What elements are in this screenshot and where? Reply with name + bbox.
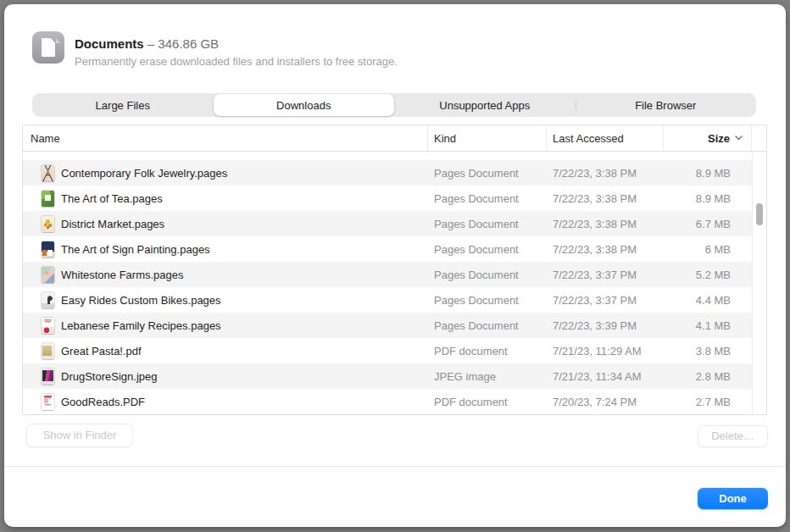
table-row[interactable]: DrugStoreSign.jpeg JPEG image 7/21/23, 1…: [23, 363, 752, 389]
tab-file-browser[interactable]: File Browser: [576, 93, 757, 117]
file-list: Contemporary Folk Jewelry.pages Pages Do…: [23, 152, 752, 414]
table-row[interactable]: The Art of Tea.pages Pages Document 7/22…: [23, 186, 752, 211]
file-kind: PDF document: [428, 396, 547, 408]
tab-downloads[interactable]: Downloads: [214, 94, 395, 116]
file-last-accessed: 7/22/23, 3:38 PM: [547, 192, 664, 205]
file-kind: PDF document: [428, 345, 547, 357]
table-row[interactable]: District Market.pages Pages Document 7/2…: [23, 211, 752, 236]
table-row[interactable]: The Art of Sign Painting.pages Pages Doc…: [23, 236, 752, 262]
column-header-last-accessed[interactable]: Last Accessed: [547, 125, 664, 151]
file-thumbnail-icon: [36, 343, 58, 359]
file-size: 8.9 MB: [664, 167, 752, 180]
file-size: 4.4 MB: [664, 294, 752, 307]
footer-divider: [4, 466, 786, 467]
storage-management-dialog: Documents – 346.86 GB Permanently erase …: [4, 4, 786, 527]
documents-category-icon: [32, 31, 64, 64]
table-row[interactable]: Lebanese Family Recipes.pages Pages Docu…: [23, 313, 752, 338]
file-thumbnail-icon: [36, 369, 58, 385]
page-title: Documents – 346.86 GB: [75, 36, 219, 51]
file-size: 2.8 MB: [664, 370, 752, 383]
file-name: GoodReads.PDF: [61, 396, 145, 408]
file-last-accessed: 7/22/23, 3:38 PM: [547, 243, 664, 256]
document-fold-corner: [56, 38, 60, 43]
table-row[interactable]: Contemporary Folk Jewelry.pages Pages Do…: [23, 160, 752, 186]
column-header-name[interactable]: Name: [23, 125, 428, 151]
segment-divider: [576, 100, 576, 110]
file-last-accessed: 7/20/23, 7:24 PM: [547, 396, 664, 408]
file-kind: Pages Document: [428, 167, 547, 180]
table-row[interactable]: Whitestone Farms.pages Pages Document 7/…: [23, 262, 752, 287]
table-row[interactable]: GoodReads.PDF PDF document 7/20/23, 7:24…: [23, 389, 752, 414]
file-name: District Market.pages: [61, 218, 164, 230]
file-thumbnail-icon: [36, 267, 58, 283]
file-last-accessed: 7/21/23, 11:29 AM: [547, 345, 664, 357]
file-size: 6.7 MB: [664, 218, 752, 230]
file-size: 3.8 MB: [664, 345, 752, 357]
file-name: The Art of Tea.pages: [61, 192, 163, 205]
chevron-down-icon: [735, 136, 743, 141]
table-header: Name Kind Last Accessed Size: [23, 125, 766, 152]
page-subtitle: Permanently erase downloaded files and i…: [75, 55, 398, 68]
file-thumbnail-icon: [36, 191, 58, 207]
file-kind: Pages Document: [428, 269, 547, 281]
category-storage-size: – 346.86 GB: [147, 36, 219, 51]
file-last-accessed: 7/22/23, 3:37 PM: [547, 269, 664, 281]
file-kind: JPEG image: [428, 370, 547, 383]
file-table: Name Kind Last Accessed Size Contemporar…: [22, 125, 767, 415]
delete-button[interactable]: Delete…: [698, 425, 768, 447]
tab-unsupported-apps[interactable]: Unsupported Apps: [394, 93, 576, 117]
file-last-accessed: 7/22/23, 3:38 PM: [547, 218, 664, 230]
column-header-size[interactable]: Size: [664, 125, 752, 151]
file-name: DrugStoreSign.jpeg: [61, 370, 157, 383]
done-button[interactable]: Done: [698, 488, 768, 509]
file-kind: Pages Document: [428, 294, 547, 307]
file-thumbnail-icon: [36, 216, 58, 232]
document-page-glyph: [42, 38, 55, 57]
file-name: The Art of Sign Painting.pages: [61, 243, 210, 256]
column-header-kind[interactable]: Kind: [428, 125, 547, 151]
file-thumbnail-icon: [36, 292, 58, 308]
file-kind: Pages Document: [428, 319, 547, 332]
file-name: Contemporary Folk Jewelry.pages: [61, 167, 227, 180]
scrollbar-thumb[interactable]: [756, 203, 763, 225]
file-name: Great Pasta!.pdf: [61, 345, 142, 357]
file-kind: Pages Document: [428, 218, 547, 230]
file-size: 2.7 MB: [664, 396, 752, 408]
file-name: Whitestone Farms.pages: [61, 269, 184, 281]
view-segmented-control: Large Files Downloads Unsupported Apps F…: [32, 93, 756, 117]
scrollbar-track[interactable]: [752, 152, 766, 414]
file-thumbnail-icon: [36, 241, 58, 258]
file-name: Easy Rides Custom Bikes.pages: [61, 294, 221, 307]
file-last-accessed: 7/21/23, 11:34 AM: [547, 370, 664, 383]
file-last-accessed: 7/22/23, 3:38 PM: [547, 167, 664, 180]
tab-large-files[interactable]: Large Files: [32, 93, 214, 117]
file-last-accessed: 7/22/23, 3:37 PM: [547, 294, 664, 307]
file-size: 6 MB: [664, 243, 752, 256]
file-kind: Pages Document: [428, 243, 547, 256]
file-thumbnail-icon: [36, 318, 58, 334]
file-kind: Pages Document: [428, 192, 547, 205]
table-row[interactable]: Easy Rides Custom Bikes.pages Pages Docu…: [23, 287, 752, 313]
file-size: 4.1 MB: [664, 319, 752, 332]
file-size: 5.2 MB: [664, 269, 752, 281]
file-thumbnail-icon: [36, 165, 58, 181]
file-last-accessed: 7/22/23, 3:39 PM: [547, 319, 664, 332]
category-name: Documents: [75, 36, 144, 51]
show-in-finder-button[interactable]: Show in Finder: [26, 424, 133, 447]
file-name: Lebanese Family Recipes.pages: [61, 319, 221, 332]
file-thumbnail-icon: [36, 394, 58, 410]
table-row[interactable]: Great Pasta!.pdf PDF document 7/21/23, 1…: [23, 338, 752, 363]
file-size: 8.9 MB: [664, 192, 752, 205]
